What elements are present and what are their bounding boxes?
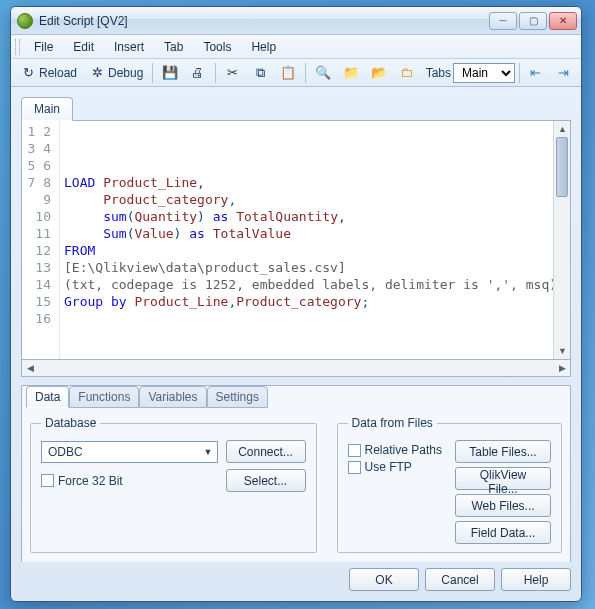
force-32bit-checkbox[interactable] [41, 474, 54, 487]
titlebar: Edit Script [QV2] ─ ▢ ✕ [11, 7, 581, 35]
web-files-button[interactable]: Web Files... [455, 494, 551, 517]
help-button[interactable]: Help [501, 568, 571, 591]
copy-button[interactable]: ⧉ [247, 62, 273, 84]
scroll-down-arrow[interactable]: ▼ [554, 343, 571, 359]
folder3-button[interactable]: 🗀 [394, 62, 420, 84]
field-data-button[interactable]: Field Data... [455, 521, 551, 544]
database-type-value: ODBC [48, 445, 83, 459]
maximize-button[interactable]: ▢ [519, 12, 547, 30]
folder1-button[interactable]: 📁 [338, 62, 364, 84]
save-icon: 💾 [162, 65, 178, 81]
menu-help[interactable]: Help [241, 37, 286, 57]
debug-label: Debug [108, 66, 143, 80]
force-32bit-label: Force 32 Bit [58, 474, 123, 488]
select-button[interactable]: Select... [226, 469, 306, 492]
reload-icon: ↻ [20, 65, 36, 81]
lower-panel: Data Functions Variables Settings Databa… [21, 385, 571, 562]
script-tabs: Main [21, 97, 571, 121]
print-button[interactable]: 🖨 [185, 62, 211, 84]
ok-button[interactable]: OK [349, 568, 419, 591]
menu-insert[interactable]: Insert [104, 37, 154, 57]
outdent-icon: ⇤ [528, 65, 544, 81]
folder-icon: 🗀 [399, 65, 415, 81]
folder-icon: 📁 [343, 65, 359, 81]
copy-icon: ⧉ [252, 65, 268, 81]
use-ftp-label: Use FTP [365, 460, 412, 474]
reload-button[interactable]: ↻ Reload [15, 62, 82, 84]
print-icon: 🖨 [190, 65, 206, 81]
files-legend: Data from Files [348, 416, 437, 430]
minimize-button[interactable]: ─ [489, 12, 517, 30]
debug-icon: ✲ [89, 65, 105, 81]
menu-edit[interactable]: Edit [63, 37, 104, 57]
search-button[interactable]: 🔍 [310, 62, 336, 84]
reload-label: Reload [39, 66, 77, 80]
indent-button[interactable]: ⇥ [551, 62, 577, 84]
window-controls: ─ ▢ ✕ [489, 12, 577, 30]
search-icon: 🔍 [315, 65, 331, 81]
tab-main[interactable]: Main [21, 97, 73, 121]
relative-paths-label: Relative Paths [365, 443, 442, 457]
outdent-button[interactable]: ⇤ [523, 62, 549, 84]
paste-icon: 📋 [280, 65, 296, 81]
debug-button[interactable]: ✲ Debug [84, 62, 148, 84]
save-button[interactable]: 💾 [157, 62, 183, 84]
tabs-selector[interactable]: Main [453, 63, 515, 83]
folder-icon: 📂 [371, 65, 387, 81]
database-type-combo[interactable]: ODBC ▼ [41, 441, 218, 463]
toolbar: ↻ Reload ✲ Debug 💾 🖨 ✂ ⧉ 📋 🔍 📁 📂 🗀 Tabs … [11, 59, 581, 87]
chevron-down-icon: ▼ [204, 447, 213, 457]
scroll-up-arrow[interactable]: ▲ [554, 121, 571, 137]
cancel-button[interactable]: Cancel [425, 568, 495, 591]
scroll-thumb[interactable] [556, 137, 568, 197]
use-ftp-checkbox[interactable] [348, 461, 361, 474]
body-area: Main 1 2 3 4 5 6 7 8 9 10 11 12 13 14 15… [11, 87, 581, 562]
menu-file[interactable]: File [24, 37, 63, 57]
editor-group: Main 1 2 3 4 5 6 7 8 9 10 11 12 13 14 15… [21, 97, 571, 377]
menubar: File Edit Insert Tab Tools Help [11, 35, 581, 59]
edit-script-window: Edit Script [QV2] ─ ▢ ✕ File Edit Insert… [10, 6, 582, 602]
window-title: Edit Script [QV2] [39, 14, 489, 28]
cut-button[interactable]: ✂ [219, 62, 245, 84]
dialog-footer: OK Cancel Help [11, 562, 581, 601]
paste-button[interactable]: 📋 [275, 62, 301, 84]
folder2-button[interactable]: 📂 [366, 62, 392, 84]
tabs-label: Tabs [426, 66, 451, 80]
database-fieldset: Database ODBC ▼ Connect... Force 32 Bit [30, 416, 317, 553]
table-files-button[interactable]: Table Files... [455, 440, 551, 463]
qlikview-file-button[interactable]: QlikView File... [455, 467, 551, 490]
tab-functions[interactable]: Functions [69, 386, 139, 408]
lower-body: Database ODBC ▼ Connect... Force 32 Bit [30, 408, 562, 553]
app-icon [17, 13, 33, 29]
menu-grip[interactable] [15, 39, 20, 55]
tab-settings[interactable]: Settings [207, 386, 268, 408]
menu-tab[interactable]: Tab [154, 37, 193, 57]
close-button[interactable]: ✕ [549, 12, 577, 30]
line-gutter: 1 2 3 4 5 6 7 8 9 10 11 12 13 14 15 16 [22, 121, 60, 359]
cut-icon: ✂ [224, 65, 240, 81]
lower-tabs: Data Functions Variables Settings [26, 386, 562, 408]
scroll-right-arrow[interactable]: ▶ [554, 360, 570, 376]
connect-button[interactable]: Connect... [226, 440, 306, 463]
horizontal-scrollbar[interactable]: ◀ ▶ [21, 360, 571, 377]
files-fieldset: Data from Files Relative Paths Use FTP [337, 416, 562, 553]
code-editor[interactable]: 1 2 3 4 5 6 7 8 9 10 11 12 13 14 15 16 L… [21, 120, 571, 360]
relative-paths-checkbox[interactable] [348, 444, 361, 457]
tab-variables[interactable]: Variables [139, 386, 206, 408]
scroll-left-arrow[interactable]: ◀ [22, 360, 38, 376]
indent-icon: ⇥ [556, 65, 572, 81]
tab-data[interactable]: Data [26, 386, 69, 408]
vertical-scrollbar[interactable]: ▲ ▼ [553, 121, 570, 359]
code-area[interactable]: LOAD Product_Line, Product_category, sum… [60, 121, 553, 359]
database-legend: Database [41, 416, 100, 430]
menu-tools[interactable]: Tools [193, 37, 241, 57]
